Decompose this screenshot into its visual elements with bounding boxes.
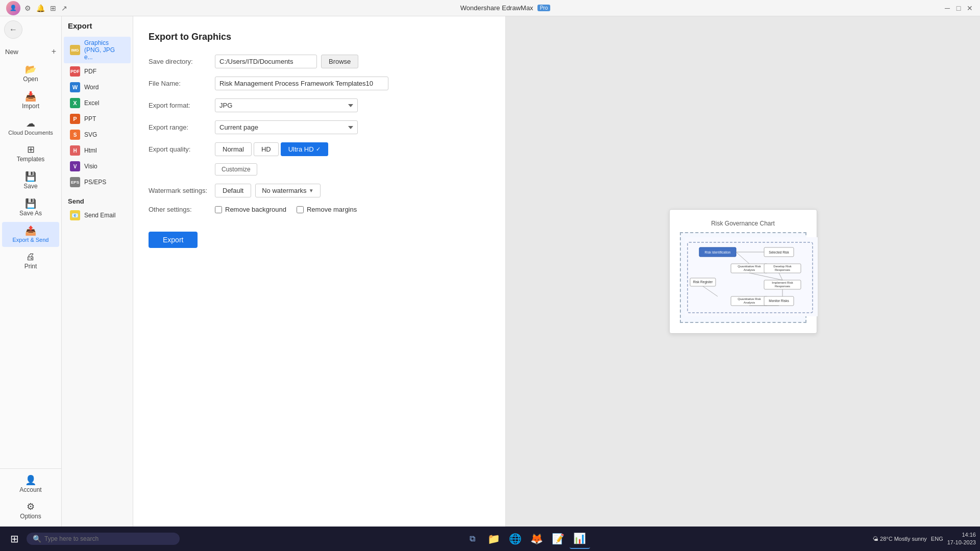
taskbar-explorer[interactable]: 📁: [484, 529, 504, 549]
export-format-control: JPG PNG BMP TIFF GIF SVG: [215, 98, 490, 112]
conn-6: [703, 286, 718, 296]
html-format-icon: H: [70, 145, 80, 156]
maximize-button[interactable]: □: [954, 4, 963, 12]
sidebar-item-open[interactable]: 📂 Open: [2, 61, 59, 87]
open-icon: 📂: [25, 65, 36, 74]
sidebar-item-options[interactable]: ⚙ Options: [2, 498, 59, 524]
main-content: Export to Graphics Save directory: Brows…: [133, 16, 980, 527]
checkboxes: Remove background Remove margins: [215, 206, 357, 213]
node-quant2-text1: Quantitative Risk: [738, 297, 761, 300]
export-formats-section: IMG Graphics (PNG, JPG e... PDF PDF W Wo…: [62, 35, 133, 191]
export-form-title: Export to Graphics: [149, 32, 490, 42]
format-excel[interactable]: X Excel: [64, 95, 131, 111]
sidebar-item-print[interactable]: 🖨 Print: [2, 248, 59, 274]
save-icon: 💾: [25, 172, 36, 181]
file-name-control: [215, 77, 490, 90]
customize-button[interactable]: Customize: [215, 163, 257, 176]
back-button[interactable]: ←: [4, 20, 22, 39]
no-watermarks-label: No watermarks: [262, 187, 306, 194]
format-visio[interactable]: V Visio: [64, 159, 131, 174]
account-icon: 👤: [25, 475, 36, 485]
ppt-format-label: PPT: [84, 115, 96, 122]
quality-normal-button[interactable]: Normal: [215, 142, 252, 156]
export-form-area: Export to Graphics Save directory: Brows…: [133, 16, 506, 527]
taskbar-edrawmax[interactable]: 📊: [570, 529, 590, 549]
nav-section: New + 📂 Open 📥 Import ☁ Cloud Documents …: [0, 43, 61, 527]
save-directory-input[interactable]: [215, 55, 317, 68]
format-html[interactable]: H Html: [64, 143, 131, 158]
remove-margins-input[interactable]: [297, 206, 304, 213]
sidebar-item-cloud[interactable]: ☁ Cloud Documents: [2, 115, 59, 140]
svg-format-label: SVG: [84, 131, 97, 138]
bell-icon[interactable]: 🔔: [36, 4, 45, 12]
export-range-select[interactable]: Current page All pages Selected objects: [215, 120, 358, 134]
sidebar-item-templates[interactable]: ⊞ Templates: [2, 141, 59, 167]
minimize-button[interactable]: ─: [943, 4, 951, 12]
node-implement-text1: Implement Risk: [772, 281, 793, 284]
format-svg[interactable]: S SVG: [64, 127, 131, 142]
export-format-row: Export format: JPG PNG BMP TIFF GIF SVG: [149, 98, 490, 112]
user-avatar[interactable]: 👤: [6, 1, 20, 15]
export-panel-title: Export: [62, 21, 133, 35]
format-graphics[interactable]: IMG Graphics (PNG, JPG e...: [64, 37, 131, 63]
settings-icon[interactable]: ⚙: [24, 4, 31, 12]
remove-background-input[interactable]: [215, 206, 222, 213]
node-monitor-text: Monitor Risks: [769, 299, 789, 303]
start-button[interactable]: ⊞: [4, 529, 24, 549]
sidebar-item-new[interactable]: New +: [0, 43, 61, 60]
export-quality-row: Export quality: Normal HD Ultra HD Custo…: [149, 142, 490, 176]
export-button[interactable]: Export: [149, 232, 198, 248]
taskbar-lang: ENG: [931, 536, 943, 542]
preview-chart-title: Risk Governance Chart: [680, 220, 806, 227]
taskbar-edge[interactable]: 🌐: [505, 529, 526, 549]
taskbar-search-icon: 🔍: [33, 535, 41, 543]
format-word[interactable]: W Word: [64, 80, 131, 95]
format-ppt[interactable]: P PPT: [64, 111, 131, 127]
remove-background-checkbox[interactable]: Remove background: [215, 206, 286, 213]
watermark-default-button[interactable]: Default: [215, 184, 251, 197]
taskbar-weather: 🌤 28°C Mostly sunny: [873, 536, 927, 542]
taskbar-task-view[interactable]: ⧉: [462, 529, 483, 549]
sidebar-item-save[interactable]: 💾 Save: [2, 168, 59, 194]
export-range-label: Export range:: [149, 123, 215, 131]
close-button[interactable]: ✕: [966, 4, 974, 12]
export-sidebar: Export IMG Graphics (PNG, JPG e... PDF P…: [62, 16, 133, 527]
title-bar-controls: ─ □ ✕: [943, 4, 974, 12]
watermark-dropdown[interactable]: No watermarks ▼: [255, 184, 320, 197]
taskbar-search-input[interactable]: [44, 535, 157, 542]
conn-2: [736, 252, 749, 264]
grid-icon[interactable]: ⊞: [50, 4, 56, 12]
format-pdf[interactable]: PDF PDF: [64, 64, 131, 79]
export-format-select[interactable]: JPG PNG BMP TIFF GIF SVG: [215, 98, 358, 112]
graphics-format-label: Graphics (PNG, JPG e...: [84, 39, 125, 61]
file-name-input[interactable]: [215, 77, 388, 90]
node-quant1-text1: Quantitative Risk: [738, 265, 761, 268]
taskbar-word[interactable]: 📝: [548, 529, 569, 549]
file-name-row: File Name:: [149, 77, 490, 90]
options-label: Options: [20, 513, 41, 520]
save-label: Save: [23, 183, 37, 190]
excel-format-label: Excel: [84, 99, 99, 107]
send-email-item[interactable]: 📧 Send Email: [64, 208, 131, 223]
taskbar-search-bar[interactable]: 🔍: [27, 533, 180, 545]
node-develop-text2: Responses: [774, 268, 790, 271]
taskbar-firefox[interactable]: 🦊: [527, 529, 547, 549]
preview-card: Risk Governance Chart Risk Identificatio…: [669, 209, 817, 334]
excel-format-icon: X: [70, 98, 80, 108]
save-directory-label: Save directory:: [149, 58, 215, 65]
remove-margins-checkbox[interactable]: Remove margins: [297, 206, 357, 213]
share-icon[interactable]: ↗: [61, 4, 67, 12]
quality-hd-button[interactable]: HD: [254, 142, 279, 156]
sidebar-item-saveas[interactable]: 💾 Save As: [2, 195, 59, 221]
watermark-label: Watermark settings:: [149, 187, 215, 194]
format-eps[interactable]: EPS PS/EPS: [64, 174, 131, 190]
sidebar-item-export[interactable]: 📤 Export & Send: [2, 222, 59, 247]
other-settings-control: Remove background Remove margins: [215, 206, 490, 213]
sidebar-item-account[interactable]: 👤 Account: [2, 471, 59, 497]
account-label: Account: [19, 486, 41, 493]
options-icon: ⚙: [27, 502, 35, 511]
browse-button[interactable]: Browse: [321, 55, 358, 68]
sidebar-item-import[interactable]: 📥 Import: [2, 88, 59, 114]
quality-ultrahd-button[interactable]: Ultra HD: [281, 142, 328, 156]
watermark-control: Default No watermarks ▼: [215, 184, 490, 197]
